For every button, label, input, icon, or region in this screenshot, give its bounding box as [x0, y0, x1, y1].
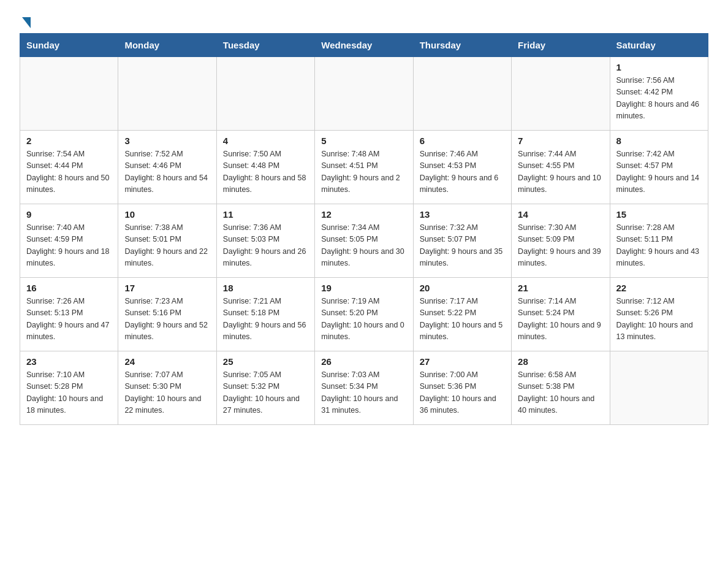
day-number: 19	[321, 283, 406, 293]
calendar-cell-week3-day6: 15Sunrise: 7:28 AMSunset: 5:11 PMDayligh…	[610, 204, 708, 278]
week-row-3: 9Sunrise: 7:40 AMSunset: 4:59 PMDaylight…	[20, 204, 708, 278]
calendar-cell-week5-day5: 28Sunrise: 6:58 AMSunset: 5:38 PMDayligh…	[512, 351, 610, 425]
weekday-header-tuesday: Tuesday	[216, 34, 314, 57]
calendar-cell-week4-day0: 16Sunrise: 7:26 AMSunset: 5:13 PMDayligh…	[20, 278, 118, 351]
calendar-cell-week1-day6: 1Sunrise: 7:56 AMSunset: 4:42 PMDaylight…	[610, 57, 708, 131]
day-info: Sunrise: 7:21 AMSunset: 5:18 PMDaylight:…	[223, 296, 308, 343]
calendar-cell-week1-day0	[20, 57, 118, 131]
day-info: Sunrise: 7:14 AMSunset: 5:24 PMDaylight:…	[518, 296, 603, 343]
day-info: Sunrise: 7:26 AMSunset: 5:13 PMDaylight:…	[26, 296, 112, 343]
calendar-cell-week3-day1: 10Sunrise: 7:38 AMSunset: 5:01 PMDayligh…	[118, 204, 216, 278]
calendar-table: SundayMondayTuesdayWednesdayThursdayFrid…	[20, 33, 708, 425]
day-info: Sunrise: 7:42 AMSunset: 4:57 PMDaylight:…	[616, 148, 702, 196]
calendar-cell-week4-day2: 18Sunrise: 7:21 AMSunset: 5:18 PMDayligh…	[216, 278, 314, 351]
calendar-cell-week3-day3: 12Sunrise: 7:34 AMSunset: 5:05 PMDayligh…	[315, 204, 413, 278]
day-info: Sunrise: 7:07 AMSunset: 5:30 PMDaylight:…	[124, 369, 210, 417]
day-info: Sunrise: 7:10 AMSunset: 5:28 PMDaylight:…	[26, 369, 112, 417]
day-number: 15	[616, 209, 702, 220]
week-row-4: 16Sunrise: 7:26 AMSunset: 5:13 PMDayligh…	[20, 278, 708, 351]
calendar-cell-week3-day0: 9Sunrise: 7:40 AMSunset: 4:59 PMDaylight…	[20, 204, 118, 278]
calendar-cell-week1-day1	[118, 57, 216, 131]
calendar-cell-week5-day2: 25Sunrise: 7:05 AMSunset: 5:32 PMDayligh…	[216, 351, 314, 425]
day-number: 3	[124, 136, 210, 146]
calendar-cell-week2-day6: 8Sunrise: 7:42 AMSunset: 4:57 PMDaylight…	[610, 131, 708, 204]
weekday-header-row: SundayMondayTuesdayWednesdayThursdayFrid…	[20, 34, 708, 57]
day-info: Sunrise: 7:44 AMSunset: 4:55 PMDaylight:…	[518, 148, 603, 196]
day-info: Sunrise: 7:19 AMSunset: 5:20 PMDaylight:…	[321, 296, 406, 343]
weekday-header-monday: Monday	[118, 34, 216, 57]
weekday-header-sunday: Sunday	[20, 34, 118, 57]
calendar-cell-week3-day5: 14Sunrise: 7:30 AMSunset: 5:09 PMDayligh…	[512, 204, 610, 278]
calendar-cell-week2-day2: 4Sunrise: 7:50 AMSunset: 4:48 PMDaylight…	[216, 131, 314, 204]
day-info: Sunrise: 7:38 AMSunset: 5:01 PMDaylight:…	[124, 222, 210, 270]
day-info: Sunrise: 7:36 AMSunset: 5:03 PMDaylight:…	[223, 222, 308, 270]
calendar-cell-week2-day1: 3Sunrise: 7:52 AMSunset: 4:46 PMDaylight…	[118, 131, 216, 204]
calendar-cell-week5-day0: 23Sunrise: 7:10 AMSunset: 5:28 PMDayligh…	[20, 351, 118, 425]
calendar-header: SundayMondayTuesdayWednesdayThursdayFrid…	[20, 34, 708, 57]
day-number: 7	[518, 136, 603, 146]
calendar-cell-week1-day3	[315, 57, 413, 131]
calendar-cell-week1-day5	[512, 57, 610, 131]
day-number: 8	[616, 136, 702, 146]
calendar-cell-week5-day6	[610, 351, 708, 425]
calendar-cell-week4-day1: 17Sunrise: 7:23 AMSunset: 5:16 PMDayligh…	[118, 278, 216, 351]
weekday-header-wednesday: Wednesday	[315, 34, 413, 57]
calendar-cell-week5-day3: 26Sunrise: 7:03 AMSunset: 5:34 PMDayligh…	[315, 351, 413, 425]
day-info: Sunrise: 7:52 AMSunset: 4:46 PMDaylight:…	[124, 148, 210, 196]
calendar-cell-week4-day4: 20Sunrise: 7:17 AMSunset: 5:22 PMDayligh…	[413, 278, 511, 351]
day-info: Sunrise: 7:00 AMSunset: 5:36 PMDaylight:…	[420, 369, 505, 417]
day-info: Sunrise: 7:34 AMSunset: 5:05 PMDaylight:…	[321, 222, 406, 270]
weekday-header-saturday: Saturday	[610, 34, 708, 57]
week-row-2: 2Sunrise: 7:54 AMSunset: 4:44 PMDaylight…	[20, 131, 708, 204]
day-info: Sunrise: 7:46 AMSunset: 4:53 PMDaylight:…	[420, 148, 505, 196]
day-info: Sunrise: 7:40 AMSunset: 4:59 PMDaylight:…	[26, 222, 112, 270]
day-info: Sunrise: 7:12 AMSunset: 5:26 PMDaylight:…	[616, 296, 702, 343]
day-number: 12	[321, 209, 406, 220]
day-number: 20	[420, 283, 505, 293]
calendar-cell-week4-day5: 21Sunrise: 7:14 AMSunset: 5:24 PMDayligh…	[512, 278, 610, 351]
day-number: 23	[26, 356, 112, 367]
day-number: 26	[321, 356, 406, 367]
day-number: 6	[420, 136, 505, 146]
day-number: 24	[124, 356, 210, 367]
logo-arrow-icon	[22, 17, 31, 28]
calendar-cell-week5-day4: 27Sunrise: 7:00 AMSunset: 5:36 PMDayligh…	[413, 351, 511, 425]
day-number: 22	[616, 283, 702, 293]
day-number: 17	[124, 283, 210, 293]
calendar-cell-week2-day4: 6Sunrise: 7:46 AMSunset: 4:53 PMDaylight…	[413, 131, 511, 204]
calendar-cell-week4-day3: 19Sunrise: 7:19 AMSunset: 5:20 PMDayligh…	[315, 278, 413, 351]
day-number: 11	[223, 209, 308, 220]
day-number: 4	[223, 136, 308, 146]
day-info: Sunrise: 7:56 AMSunset: 4:42 PMDaylight:…	[616, 75, 702, 123]
day-number: 27	[420, 356, 505, 367]
calendar-cell-week4-day6: 22Sunrise: 7:12 AMSunset: 5:26 PMDayligh…	[610, 278, 708, 351]
day-number: 28	[518, 356, 603, 367]
day-number: 2	[26, 136, 112, 146]
weekday-header-thursday: Thursday	[413, 34, 511, 57]
day-number: 9	[26, 209, 112, 220]
day-number: 25	[223, 356, 308, 367]
day-info: Sunrise: 7:23 AMSunset: 5:16 PMDaylight:…	[124, 296, 210, 343]
day-info: Sunrise: 7:03 AMSunset: 5:34 PMDaylight:…	[321, 369, 406, 417]
day-number: 5	[321, 136, 406, 146]
day-number: 18	[223, 283, 308, 293]
week-row-1: 1Sunrise: 7:56 AMSunset: 4:42 PMDaylight…	[20, 57, 708, 131]
day-info: Sunrise: 7:05 AMSunset: 5:32 PMDaylight:…	[223, 369, 308, 417]
day-info: Sunrise: 6:58 AMSunset: 5:38 PMDaylight:…	[518, 369, 603, 417]
page-header	[20, 15, 708, 26]
day-info: Sunrise: 7:50 AMSunset: 4:48 PMDaylight:…	[223, 148, 308, 196]
day-number: 16	[26, 283, 112, 293]
day-number: 13	[420, 209, 505, 220]
day-info: Sunrise: 7:30 AMSunset: 5:09 PMDaylight:…	[518, 222, 603, 270]
day-number: 14	[518, 209, 603, 220]
calendar-cell-week1-day4	[413, 57, 511, 131]
week-row-5: 23Sunrise: 7:10 AMSunset: 5:28 PMDayligh…	[20, 351, 708, 425]
calendar-cell-week2-day0: 2Sunrise: 7:54 AMSunset: 4:44 PMDaylight…	[20, 131, 118, 204]
logo	[20, 15, 31, 26]
day-info: Sunrise: 7:17 AMSunset: 5:22 PMDaylight:…	[420, 296, 505, 343]
calendar-body: 1Sunrise: 7:56 AMSunset: 4:42 PMDaylight…	[20, 57, 708, 425]
day-info: Sunrise: 7:28 AMSunset: 5:11 PMDaylight:…	[616, 222, 702, 270]
day-info: Sunrise: 7:48 AMSunset: 4:51 PMDaylight:…	[321, 148, 406, 196]
calendar-cell-week2-day5: 7Sunrise: 7:44 AMSunset: 4:55 PMDaylight…	[512, 131, 610, 204]
calendar-cell-week3-day2: 11Sunrise: 7:36 AMSunset: 5:03 PMDayligh…	[216, 204, 314, 278]
